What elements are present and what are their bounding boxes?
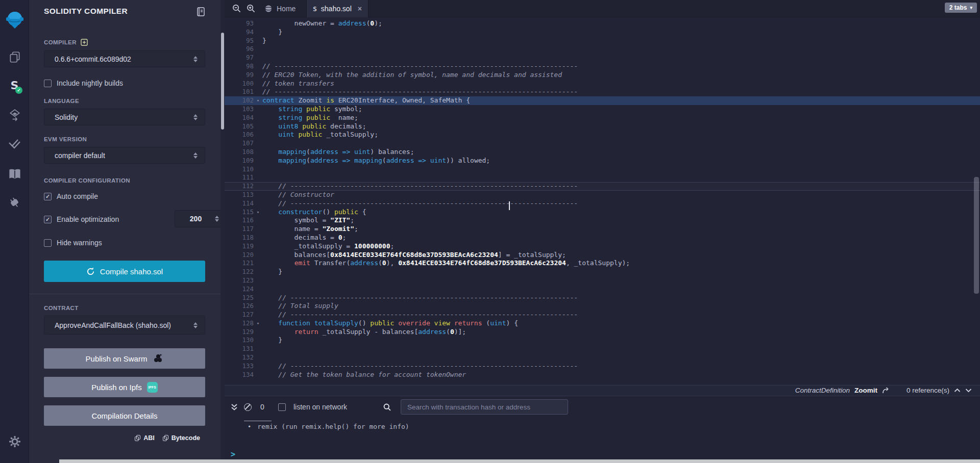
chevron-down-icon[interactable]	[965, 388, 972, 393]
zoom-in-icon[interactable]	[246, 4, 256, 15]
code-line-105[interactable]: 105 uint8 public decimals;	[225, 122, 980, 131]
code-line-113[interactable]: 113 // Constructor	[225, 191, 980, 199]
code-line-125[interactable]: 125 // ---------------------------------…	[225, 294, 980, 302]
code-line-124[interactable]: 124	[225, 285, 980, 294]
code-line-93[interactable]: 93 newOwner = address(0);	[225, 19, 980, 28]
code-line-122[interactable]: 122 }	[225, 268, 980, 276]
code-line-109[interactable]: 109 mapping(address => mapping(address =…	[225, 157, 980, 165]
compile-button[interactable]: Compile shaho.sol	[44, 261, 205, 282]
line-number: 121	[225, 259, 254, 268]
code-line-129[interactable]: 129 return _totalSupply - balances[addre…	[225, 328, 980, 337]
collapse-terminal-icon[interactable]	[231, 403, 238, 411]
tab-shaho-sol[interactable]: S shaho.sol ×	[306, 0, 369, 17]
auto-compile-checkbox[interactable]: ✓	[44, 193, 52, 200]
solidity-compiler-icon[interactable]: S ✓	[0, 78, 29, 93]
stepper-updown-icon[interactable]	[215, 216, 219, 222]
solidity-compiler-panel: SOLIDITY COMPILER COMPILER 0.6.6+commit.…	[29, 0, 220, 463]
code-line-111[interactable]: 111	[225, 173, 980, 182]
code-line-95[interactable]: 95}	[225, 37, 980, 45]
code-line-118[interactable]: 118 decimals = 0;	[225, 234, 980, 242]
file-explorer-icon[interactable]	[0, 50, 29, 64]
code-line-100[interactable]: 100// token transfers	[225, 80, 980, 88]
code-line-94[interactable]: 94 }	[225, 28, 980, 37]
chevron-up-icon[interactable]	[954, 388, 961, 393]
deploy-and-run-icon[interactable]	[0, 108, 29, 122]
include-nightly-label: Include nightly builds	[57, 79, 123, 87]
include-nightly-checkbox[interactable]	[44, 80, 52, 87]
code-line-134[interactable]: 134 // Get the token balance for account…	[225, 371, 980, 379]
line-number: 102	[225, 96, 254, 105]
fold-arrow-icon[interactable]: ▾	[254, 208, 262, 217]
terminal-search-input[interactable]	[401, 399, 568, 415]
tabs-count-dropdown[interactable]: 2 tabs ▾	[945, 3, 977, 13]
remix-logo-icon[interactable]	[0, 8, 29, 31]
code-line-106[interactable]: 106 uint public _totalSupply;	[225, 131, 980, 139]
unit-testing-icon[interactable]	[0, 137, 29, 151]
settings-gear-icon[interactable]	[0, 434, 29, 449]
horizontal-scrollbar[interactable]	[59, 459, 980, 463]
plugin-manager-icon[interactable]	[0, 196, 29, 210]
tabs-count-label: 2 tabs	[949, 4, 967, 11]
hide-warnings-checkbox[interactable]	[44, 239, 52, 247]
clear-console-icon[interactable]	[244, 403, 252, 411]
documentation-icon[interactable]	[197, 7, 205, 18]
code-line-103[interactable]: 103 string public symbol;	[225, 105, 980, 114]
code-line-98[interactable]: 98// -----------------------------------…	[225, 62, 980, 71]
code-line-108[interactable]: 108 mapping(address => uint) balances;	[225, 148, 980, 157]
copy-bytecode-button[interactable]: Bytecode	[163, 434, 200, 442]
code-text: mapping(address => uint) balances;	[262, 148, 414, 157]
editor-scrollbar-thumb[interactable]	[974, 177, 979, 294]
compiler-version-select[interactable]: 0.6.6+commit.6c089d02	[44, 50, 205, 67]
compiler-info-icon[interactable]	[81, 39, 88, 46]
code-line-115[interactable]: 115▾ constructor() public {	[225, 208, 980, 217]
code-line-133[interactable]: 133 // ---------------------------------…	[225, 362, 980, 371]
close-tab-icon[interactable]: ×	[358, 5, 362, 13]
code-line-116[interactable]: 116 symbol = "ZIT";	[225, 216, 980, 225]
tab-home[interactable]: Home	[258, 0, 302, 17]
copy-abi-button[interactable]: ABI	[135, 434, 155, 442]
publish-ipfs-button[interactable]: Publish on Ipfs IPFS	[44, 377, 205, 397]
panel-scrollbar-thumb[interactable]	[221, 33, 224, 130]
code-line-119[interactable]: 119 _totalSupply = 100000000;	[225, 242, 980, 251]
zoom-out-icon[interactable]	[232, 4, 241, 15]
code-line-117[interactable]: 117 name = "Zoomit";	[225, 225, 980, 234]
code-line-102[interactable]: 102▾contract Zoomit is ERC20Interface, O…	[225, 96, 980, 105]
code-line-107[interactable]: 107	[225, 139, 980, 148]
libraries-icon[interactable]	[0, 167, 29, 182]
code-line-132[interactable]: 132	[225, 353, 980, 362]
code-line-120[interactable]: 120 balances[0x8414ECE0334E764fC68d8e37D…	[225, 251, 980, 260]
fold-arrow-icon[interactable]: ▾	[254, 96, 262, 105]
code-line-101[interactable]: 101// ----------------------------------…	[225, 88, 980, 96]
contract-select[interactable]: ApproveAndCallFallBack (shaho.sol)	[44, 316, 205, 335]
line-number: 125	[225, 294, 254, 302]
go-to-definition-icon[interactable]	[882, 387, 890, 394]
code-line-114[interactable]: 114 // ---------------------------------…	[225, 199, 980, 208]
evm-version-select[interactable]: compiler default	[44, 147, 205, 164]
enable-optimization-checkbox[interactable]: ✓	[44, 216, 52, 223]
code-line-128[interactable]: 128▾ function totalSupply() public overr…	[225, 319, 980, 328]
code-line-130[interactable]: 130 }	[225, 336, 980, 345]
code-line-127[interactable]: 127 // ---------------------------------…	[225, 311, 980, 319]
language-label: LANGUAGE	[44, 98, 79, 104]
compilation-details-button[interactable]: Compilation Details	[44, 405, 205, 426]
code-editor[interactable]: 93 newOwner = address(0);94 }95}969798//…	[225, 19, 980, 379]
language-select[interactable]: Solidity	[44, 109, 205, 125]
code-line-126[interactable]: 126 // Total supply	[225, 302, 980, 311]
code-line-110[interactable]: 110	[225, 165, 980, 174]
code-line-112[interactable]: 112 // ---------------------------------…	[225, 182, 980, 191]
line-number: 134	[225, 371, 254, 379]
listen-network-checkbox[interactable]	[278, 403, 286, 411]
publish-swarm-button[interactable]: Publish on Swarm	[44, 348, 205, 369]
code-text: }	[262, 268, 282, 276]
panel-scrollbar[interactable]	[220, 0, 225, 463]
terminal-prompt[interactable]: >	[231, 450, 235, 459]
code-line-123[interactable]: 123	[225, 276, 980, 285]
code-line-121[interactable]: 121 emit Transfer(address(0), 0x8414ECE0…	[225, 259, 980, 268]
code-line-99[interactable]: 99// ERC20 Token, with the addition of s…	[225, 71, 980, 80]
code-line-97[interactable]: 97	[225, 54, 980, 62]
fold-arrow-icon[interactable]: ▾	[254, 319, 262, 328]
line-number: 105	[225, 122, 254, 131]
code-line-104[interactable]: 104 string public name;	[225, 114, 980, 122]
code-line-96[interactable]: 96	[225, 45, 980, 54]
code-line-131[interactable]: 131	[225, 345, 980, 353]
